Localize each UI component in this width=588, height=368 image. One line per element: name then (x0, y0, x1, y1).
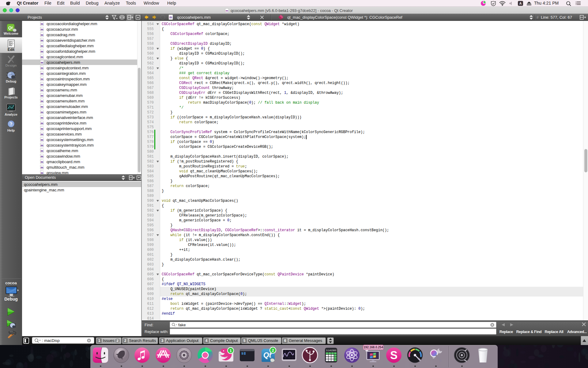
svg-text:2: 2 (272, 348, 274, 353)
svg-text:?: ? (9, 121, 12, 126)
svg-text:3.141593: 3.141593 (326, 349, 337, 352)
svg-text:1: 1 (229, 348, 232, 353)
svg-text:$: $ (241, 352, 243, 355)
svg-text:S: S (390, 349, 398, 362)
svg-text:Qt: Qt (8, 25, 13, 30)
